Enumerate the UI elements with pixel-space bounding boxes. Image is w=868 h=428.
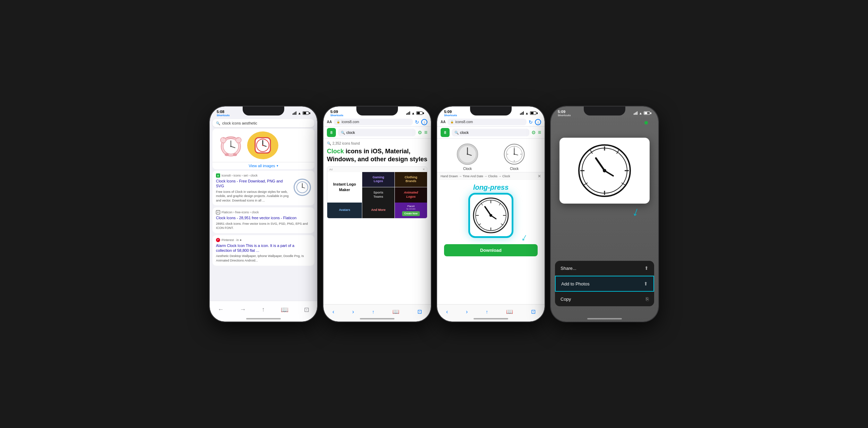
phone-3-screen: 5:09 Shortcuts ▲: [437, 106, 545, 322]
svg-point-3: [233, 153, 237, 156]
wifi-icon-3: ▲: [525, 111, 529, 115]
tabs-btn-3[interactable]: ⊡: [531, 308, 536, 315]
search-query-1: clock icons aesthetic: [222, 121, 257, 125]
icons8-logo-text-2: 8: [330, 130, 332, 135]
bookmarks-btn-1[interactable]: 📖: [281, 306, 288, 314]
tabs-btn-1[interactable]: ⊡: [304, 306, 309, 314]
ad-close-2[interactable]: ✕: [423, 168, 425, 171]
long-press-arrow: ↓: [520, 231, 530, 244]
shortcuts-label-2: Shortcuts: [330, 114, 343, 117]
ad-sports[interactable]: SportsTeams: [362, 187, 394, 202]
ad-avatars-label: Avatars: [339, 208, 350, 212]
search-bar-1[interactable]: 🔍 clock icons aesthetic: [212, 119, 314, 127]
chevron-down-icon: ▾: [277, 164, 278, 168]
aa-label-2[interactable]: AA: [327, 120, 332, 124]
svg-point-9: [230, 146, 232, 147]
phone-2: 5:09 Shortcuts ▲: [323, 106, 431, 322]
ad-animated-label: AnimatedLogos: [404, 191, 418, 199]
view-all-btn[interactable]: View all images ▾: [212, 162, 314, 169]
pinterest-source-icon: P: [216, 238, 220, 242]
fwd-btn-3[interactable]: ›: [466, 309, 468, 315]
search-input-3[interactable]: 🔍 clock: [452, 129, 529, 136]
ad-sports-label: SportsTeams: [373, 191, 383, 199]
forward-btn-1[interactable]: →: [240, 306, 246, 313]
breadcrumb-close-3[interactable]: ✕: [538, 174, 541, 179]
result-item-3[interactable]: P Pinterest · in ● Alarm Clock Icon This…: [212, 235, 314, 266]
download-icon-3[interactable]: ↓: [535, 119, 541, 125]
search-input-2[interactable]: 🔍 clock: [338, 129, 416, 136]
share-item-copy[interactable]: Copy ⎘: [555, 292, 654, 306]
svg-point-45: [489, 214, 492, 217]
menu-icon-3[interactable]: ≡: [538, 129, 541, 136]
share-item-label-3: Copy: [561, 297, 571, 302]
ad-clothing[interactable]: ClothingBrands: [395, 172, 427, 187]
filter-icon-2[interactable]: ⚙: [418, 130, 422, 135]
back-btn-2[interactable]: ‹: [332, 309, 334, 315]
pink-clock-svg: [217, 132, 245, 159]
share-btn-3[interactable]: ↑: [486, 309, 488, 315]
search-bar-icons8-3: 8 🔍 clock ⚙ ≡: [437, 127, 545, 139]
clock-svg-outline: [503, 143, 526, 165]
time-4: 5:09: [558, 110, 565, 114]
status-bar-3: 5:09 Shortcuts ▲: [437, 106, 545, 118]
ad-more[interactable]: And More: [362, 203, 394, 218]
share-item-label-1: Share...: [561, 266, 576, 271]
back-btn-1[interactable]: ←: [218, 306, 224, 313]
menu-icon-2[interactable]: ≡: [424, 129, 427, 136]
found-count-2: 2,352 icons found: [332, 142, 360, 145]
shortcuts-label-4: Shortcuts: [558, 114, 571, 117]
clock-item-2[interactable]: Clock: [503, 143, 526, 171]
tabs-btn-2[interactable]: ⊡: [417, 308, 422, 315]
reload-icon-2[interactable]: ↻: [415, 119, 419, 125]
ad-gaming[interactable]: GamingLogos: [362, 172, 394, 187]
aa-label-3[interactable]: AA: [441, 120, 445, 124]
ad-create-btn[interactable]: Create Now: [402, 211, 420, 216]
highlight-word-2: Clock: [327, 148, 344, 155]
result-source-name-3: Pinterest · in ●: [222, 238, 242, 242]
home-indicator-4: [587, 318, 622, 319]
svg-point-32: [514, 154, 515, 155]
svg-point-23: [467, 154, 468, 155]
download-btn-3[interactable]: Download: [444, 244, 538, 256]
phone-1-screen: 5:08 Shortcuts ▲: [210, 106, 317, 322]
status-bar-1: 5:08 Shortcuts ▲: [210, 106, 317, 118]
bookmarks-btn-3[interactable]: 📖: [506, 308, 513, 315]
search-query-3: clock: [460, 130, 469, 135]
ad-animated[interactable]: AnimatedLogos: [395, 187, 427, 202]
shortcuts-label-3: Shortcuts: [444, 114, 457, 117]
ad-placeit[interactable]: Placeit by envato Create Now: [395, 203, 427, 218]
share-item-share[interactable]: Share... ⬆: [555, 261, 654, 276]
result-desc-3: Aesthetic Desktop Wallpaper, Iphone Wall…: [216, 254, 311, 263]
result-title-1: Clock Icons - Free Download, PNG and SVG: [216, 179, 292, 189]
share-btn-1[interactable]: ↑: [262, 306, 265, 313]
status-icons-2: ▲: [406, 111, 424, 115]
download-icon-2[interactable]: ↓: [421, 119, 427, 125]
fwd-btn-2[interactable]: ›: [352, 309, 354, 315]
bookmarks-btn-2[interactable]: 📖: [392, 308, 399, 315]
home-indicator-3: [474, 318, 508, 319]
icons8-logo-2: 8: [327, 128, 336, 137]
status-icons-3: ▲: [520, 111, 538, 115]
status-bar-4: 5:09 Shortcuts ▲: [551, 106, 658, 118]
clock-item-1[interactable]: Clock: [456, 143, 479, 171]
result-item-1[interactable]: 8 Icons8 › icons › set › clock Clock Ico…: [212, 171, 314, 205]
main-clock-svg: [472, 196, 510, 234]
share-item-add-photos[interactable]: Add to Photos ⬆: [555, 276, 654, 292]
url-bar-3[interactable]: 🔒 icons8.com: [448, 119, 527, 125]
ad-create-label: Create Now: [404, 212, 418, 215]
ad-placeit-sub: by envato: [406, 208, 415, 211]
result-item-2[interactable]: F Flaticon › free-icons › clock Clock Ic…: [212, 207, 314, 233]
url-bar-2[interactable]: 🔒 icons8.com: [334, 119, 413, 125]
share-item-icon-2: ⬆: [644, 281, 648, 286]
svg-point-2: [225, 153, 229, 156]
status-icons-4: ▲: [634, 111, 651, 115]
phone-2-screen: 5:09 Shortcuts ▲: [323, 106, 431, 322]
ad-avatars[interactable]: Avatars: [327, 203, 362, 218]
signal-icon-2: [406, 111, 410, 115]
share-btn-2[interactable]: ↑: [372, 309, 374, 315]
reload-icon-3[interactable]: ↻: [529, 119, 533, 125]
page-title-2: Clock icons in iOS, Material, Windows, a…: [327, 147, 427, 164]
result-source-name-1: Icons8 › icons › set › clock: [222, 174, 258, 177]
back-btn-3[interactable]: ‹: [446, 309, 448, 315]
filter-icon-3[interactable]: ⚙: [531, 130, 536, 135]
